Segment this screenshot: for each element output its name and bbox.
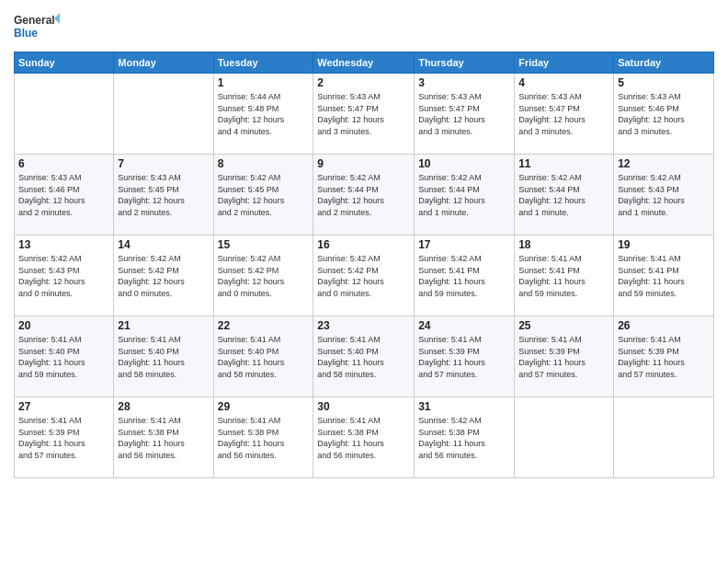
calendar-cell bbox=[515, 397, 614, 478]
calendar-header-row: SundayMondayTuesdayWednesdayThursdayFrid… bbox=[15, 52, 714, 74]
calendar-cell: 22Sunrise: 5:41 AM Sunset: 5:40 PM Dayli… bbox=[213, 316, 313, 397]
calendar-cell: 18Sunrise: 5:41 AM Sunset: 5:41 PM Dayli… bbox=[515, 236, 614, 316]
day-number: 14 bbox=[118, 238, 209, 251]
day-info: Sunrise: 5:41 AM Sunset: 5:40 PM Dayligh… bbox=[218, 334, 310, 380]
logo-svg: General Blue bbox=[14, 9, 60, 44]
calendar-cell: 15Sunrise: 5:42 AM Sunset: 5:42 PM Dayli… bbox=[213, 236, 313, 316]
calendar-cell: 19Sunrise: 5:41 AM Sunset: 5:41 PM Dayli… bbox=[614, 236, 714, 316]
calendar-cell bbox=[614, 397, 714, 478]
day-info: Sunrise: 5:42 AM Sunset: 5:43 PM Dayligh… bbox=[618, 172, 710, 218]
calendar-cell: 20Sunrise: 5:41 AM Sunset: 5:40 PM Dayli… bbox=[15, 316, 114, 397]
calendar-cell: 12Sunrise: 5:42 AM Sunset: 5:43 PM Dayli… bbox=[614, 155, 714, 236]
day-number: 1 bbox=[218, 76, 310, 89]
day-number: 30 bbox=[317, 400, 410, 413]
day-info: Sunrise: 5:43 AM Sunset: 5:47 PM Dayligh… bbox=[518, 91, 609, 137]
calendar-cell: 9Sunrise: 5:42 AM Sunset: 5:44 PM Daylig… bbox=[313, 155, 415, 236]
day-number: 11 bbox=[518, 157, 609, 170]
day-info: Sunrise: 5:42 AM Sunset: 5:42 PM Dayligh… bbox=[118, 253, 209, 299]
day-number: 21 bbox=[118, 319, 209, 332]
calendar-cell: 10Sunrise: 5:42 AM Sunset: 5:44 PM Dayli… bbox=[415, 155, 515, 236]
calendar-cell: 1Sunrise: 5:44 AM Sunset: 5:48 PM Daylig… bbox=[213, 74, 313, 155]
calendar-cell: 11Sunrise: 5:42 AM Sunset: 5:44 PM Dayli… bbox=[515, 155, 614, 236]
calendar-cell bbox=[15, 74, 114, 155]
day-info: Sunrise: 5:41 AM Sunset: 5:41 PM Dayligh… bbox=[618, 253, 710, 299]
day-number: 17 bbox=[418, 238, 510, 251]
calendar-cell: 31Sunrise: 5:42 AM Sunset: 5:38 PM Dayli… bbox=[415, 397, 515, 478]
day-info: Sunrise: 5:44 AM Sunset: 5:48 PM Dayligh… bbox=[218, 91, 310, 137]
day-number: 8 bbox=[218, 157, 310, 170]
day-header: Saturday bbox=[614, 52, 714, 74]
day-info: Sunrise: 5:43 AM Sunset: 5:46 PM Dayligh… bbox=[618, 91, 710, 137]
calendar-cell: 4Sunrise: 5:43 AM Sunset: 5:47 PM Daylig… bbox=[515, 74, 614, 155]
calendar-cell: 13Sunrise: 5:42 AM Sunset: 5:43 PM Dayli… bbox=[15, 236, 114, 316]
calendar-cell: 8Sunrise: 5:42 AM Sunset: 5:45 PM Daylig… bbox=[213, 155, 313, 236]
page: General Blue SundayMondayTuesdayWednesda… bbox=[0, 0, 728, 563]
svg-text:Blue: Blue bbox=[14, 27, 38, 40]
day-info: Sunrise: 5:41 AM Sunset: 5:40 PM Dayligh… bbox=[317, 334, 410, 380]
day-info: Sunrise: 5:43 AM Sunset: 5:47 PM Dayligh… bbox=[317, 91, 410, 137]
day-info: Sunrise: 5:42 AM Sunset: 5:44 PM Dayligh… bbox=[317, 172, 410, 218]
day-info: Sunrise: 5:43 AM Sunset: 5:47 PM Dayligh… bbox=[418, 91, 510, 137]
day-header: Friday bbox=[515, 52, 614, 74]
day-info: Sunrise: 5:41 AM Sunset: 5:38 PM Dayligh… bbox=[317, 415, 410, 461]
calendar-body: 1Sunrise: 5:44 AM Sunset: 5:48 PM Daylig… bbox=[15, 74, 714, 478]
calendar-cell: 16Sunrise: 5:42 AM Sunset: 5:42 PM Dayli… bbox=[313, 236, 415, 316]
day-number: 15 bbox=[218, 238, 310, 251]
day-number: 6 bbox=[18, 157, 109, 170]
calendar-cell bbox=[114, 74, 213, 155]
day-number: 27 bbox=[18, 400, 109, 413]
day-number: 22 bbox=[218, 319, 310, 332]
day-number: 18 bbox=[518, 238, 609, 251]
calendar-week-row: 13Sunrise: 5:42 AM Sunset: 5:43 PM Dayli… bbox=[15, 236, 714, 316]
calendar-cell: 23Sunrise: 5:41 AM Sunset: 5:40 PM Dayli… bbox=[313, 316, 415, 397]
day-header: Wednesday bbox=[313, 52, 415, 74]
day-info: Sunrise: 5:41 AM Sunset: 5:40 PM Dayligh… bbox=[18, 334, 109, 380]
day-info: Sunrise: 5:42 AM Sunset: 5:42 PM Dayligh… bbox=[218, 253, 310, 299]
day-number: 4 bbox=[518, 76, 609, 89]
day-header: Sunday bbox=[15, 52, 114, 74]
header: General Blue bbox=[14, 9, 714, 44]
day-header: Monday bbox=[114, 52, 213, 74]
calendar-cell: 26Sunrise: 5:41 AM Sunset: 5:39 PM Dayli… bbox=[614, 316, 714, 397]
calendar-cell: 2Sunrise: 5:43 AM Sunset: 5:47 PM Daylig… bbox=[313, 74, 415, 155]
day-info: Sunrise: 5:42 AM Sunset: 5:43 PM Dayligh… bbox=[18, 253, 109, 299]
day-number: 20 bbox=[18, 319, 109, 332]
calendar-cell: 14Sunrise: 5:42 AM Sunset: 5:42 PM Dayli… bbox=[114, 236, 213, 316]
calendar-cell: 17Sunrise: 5:42 AM Sunset: 5:41 PM Dayli… bbox=[415, 236, 515, 316]
day-number: 7 bbox=[118, 157, 209, 170]
day-info: Sunrise: 5:42 AM Sunset: 5:42 PM Dayligh… bbox=[317, 253, 410, 299]
calendar-week-row: 20Sunrise: 5:41 AM Sunset: 5:40 PM Dayli… bbox=[15, 316, 714, 397]
calendar-cell: 7Sunrise: 5:43 AM Sunset: 5:45 PM Daylig… bbox=[114, 155, 213, 236]
day-number: 5 bbox=[618, 76, 710, 89]
day-number: 2 bbox=[317, 76, 410, 89]
day-number: 23 bbox=[317, 319, 410, 332]
calendar-cell: 25Sunrise: 5:41 AM Sunset: 5:39 PM Dayli… bbox=[515, 316, 614, 397]
day-info: Sunrise: 5:43 AM Sunset: 5:45 PM Dayligh… bbox=[118, 172, 209, 218]
day-number: 28 bbox=[118, 400, 209, 413]
day-number: 31 bbox=[418, 400, 510, 413]
day-number: 19 bbox=[618, 238, 710, 251]
day-header: Thursday bbox=[415, 52, 515, 74]
day-info: Sunrise: 5:42 AM Sunset: 5:44 PM Dayligh… bbox=[518, 172, 609, 218]
day-info: Sunrise: 5:42 AM Sunset: 5:41 PM Dayligh… bbox=[418, 253, 510, 299]
calendar-cell: 30Sunrise: 5:41 AM Sunset: 5:38 PM Dayli… bbox=[313, 397, 415, 478]
calendar-cell: 29Sunrise: 5:41 AM Sunset: 5:38 PM Dayli… bbox=[213, 397, 313, 478]
calendar-table: SundayMondayTuesdayWednesdayThursdayFrid… bbox=[14, 52, 714, 478]
calendar-cell: 28Sunrise: 5:41 AM Sunset: 5:38 PM Dayli… bbox=[114, 397, 213, 478]
day-number: 12 bbox=[618, 157, 710, 170]
calendar-cell: 6Sunrise: 5:43 AM Sunset: 5:46 PM Daylig… bbox=[15, 155, 114, 236]
day-number: 25 bbox=[518, 319, 609, 332]
calendar-week-row: 6Sunrise: 5:43 AM Sunset: 5:46 PM Daylig… bbox=[15, 155, 714, 236]
calendar-week-row: 27Sunrise: 5:41 AM Sunset: 5:39 PM Dayli… bbox=[15, 397, 714, 478]
day-info: Sunrise: 5:41 AM Sunset: 5:38 PM Dayligh… bbox=[218, 415, 310, 461]
calendar-cell: 24Sunrise: 5:41 AM Sunset: 5:39 PM Dayli… bbox=[415, 316, 515, 397]
day-number: 10 bbox=[418, 157, 510, 170]
day-info: Sunrise: 5:41 AM Sunset: 5:38 PM Dayligh… bbox=[118, 415, 209, 461]
day-info: Sunrise: 5:41 AM Sunset: 5:41 PM Dayligh… bbox=[518, 253, 609, 299]
day-info: Sunrise: 5:41 AM Sunset: 5:39 PM Dayligh… bbox=[518, 334, 609, 380]
day-number: 3 bbox=[418, 76, 510, 89]
day-number: 26 bbox=[618, 319, 710, 332]
day-info: Sunrise: 5:41 AM Sunset: 5:39 PM Dayligh… bbox=[618, 334, 710, 380]
day-info: Sunrise: 5:41 AM Sunset: 5:39 PM Dayligh… bbox=[18, 415, 109, 461]
day-info: Sunrise: 5:42 AM Sunset: 5:45 PM Dayligh… bbox=[218, 172, 310, 218]
